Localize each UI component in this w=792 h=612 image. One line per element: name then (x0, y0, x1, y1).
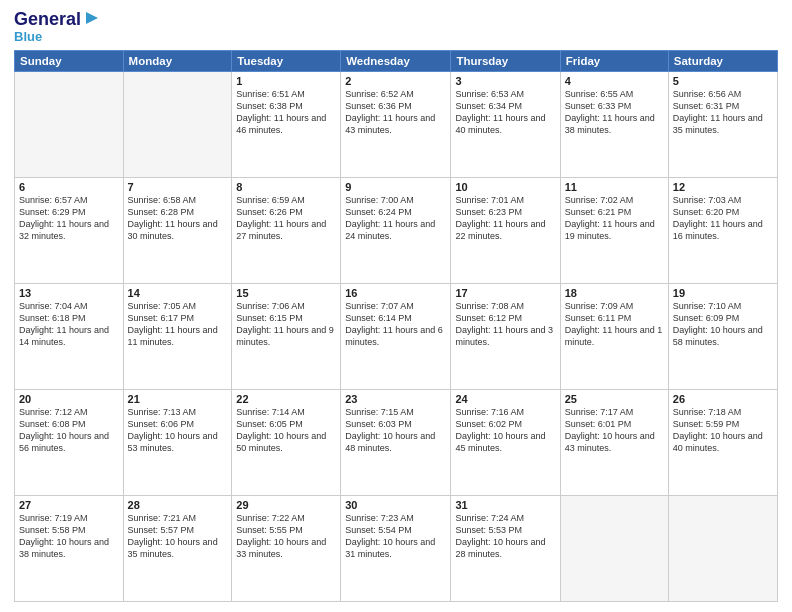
day-number: 11 (565, 181, 664, 193)
daylight-label: Daylight: 10 hours and 56 minutes. (19, 431, 109, 453)
logo-blue: Blue (14, 29, 42, 44)
sunset-label: Sunset: 6:11 PM (565, 313, 632, 323)
sunrise-label: Sunrise: 7:15 AM (345, 407, 414, 417)
day-info: Sunrise: 7:17 AMSunset: 6:01 PMDaylight:… (565, 406, 664, 455)
sunrise-label: Sunrise: 7:21 AM (128, 513, 197, 523)
day-info: Sunrise: 6:55 AMSunset: 6:33 PMDaylight:… (565, 88, 664, 137)
calendar-week-row: 27Sunrise: 7:19 AMSunset: 5:58 PMDayligh… (15, 495, 778, 601)
day-info: Sunrise: 6:58 AMSunset: 6:28 PMDaylight:… (128, 194, 228, 243)
sunset-label: Sunset: 5:54 PM (345, 525, 412, 535)
day-number: 5 (673, 75, 773, 87)
day-info: Sunrise: 6:59 AMSunset: 6:26 PMDaylight:… (236, 194, 336, 243)
day-info: Sunrise: 6:53 AMSunset: 6:34 PMDaylight:… (455, 88, 555, 137)
day-info: Sunrise: 7:16 AMSunset: 6:02 PMDaylight:… (455, 406, 555, 455)
col-wednesday: Wednesday (341, 50, 451, 71)
sunset-label: Sunset: 6:14 PM (345, 313, 412, 323)
day-number: 4 (565, 75, 664, 87)
daylight-label: Daylight: 10 hours and 43 minutes. (565, 431, 655, 453)
calendar-cell: 16Sunrise: 7:07 AMSunset: 6:14 PMDayligh… (341, 283, 451, 389)
sunrise-label: Sunrise: 6:56 AM (673, 89, 742, 99)
calendar-cell: 26Sunrise: 7:18 AMSunset: 5:59 PMDayligh… (668, 389, 777, 495)
sunset-label: Sunset: 6:24 PM (345, 207, 412, 217)
sunrise-label: Sunrise: 7:16 AM (455, 407, 524, 417)
calendar-cell: 29Sunrise: 7:22 AMSunset: 5:55 PMDayligh… (232, 495, 341, 601)
day-number: 24 (455, 393, 555, 405)
day-number: 14 (128, 287, 228, 299)
day-number: 31 (455, 499, 555, 511)
sunrise-label: Sunrise: 7:24 AM (455, 513, 524, 523)
daylight-label: Daylight: 11 hours and 11 minutes. (128, 325, 218, 347)
calendar-cell: 18Sunrise: 7:09 AMSunset: 6:11 PMDayligh… (560, 283, 668, 389)
day-number: 17 (455, 287, 555, 299)
day-info: Sunrise: 7:23 AMSunset: 5:54 PMDaylight:… (345, 512, 446, 561)
day-number: 30 (345, 499, 446, 511)
daylight-label: Daylight: 11 hours and 1 minute. (565, 325, 663, 347)
day-info: Sunrise: 7:04 AMSunset: 6:18 PMDaylight:… (19, 300, 119, 349)
day-number: 8 (236, 181, 336, 193)
sunrise-label: Sunrise: 7:04 AM (19, 301, 88, 311)
sunrise-label: Sunrise: 7:13 AM (128, 407, 197, 417)
day-info: Sunrise: 7:15 AMSunset: 6:03 PMDaylight:… (345, 406, 446, 455)
sunset-label: Sunset: 5:55 PM (236, 525, 303, 535)
sunset-label: Sunset: 6:36 PM (345, 101, 412, 111)
sunrise-label: Sunrise: 7:14 AM (236, 407, 305, 417)
sunrise-label: Sunrise: 7:00 AM (345, 195, 414, 205)
calendar-cell (560, 495, 668, 601)
calendar-cell (123, 71, 232, 177)
sunrise-label: Sunrise: 7:02 AM (565, 195, 634, 205)
sunrise-label: Sunrise: 6:59 AM (236, 195, 305, 205)
daylight-label: Daylight: 11 hours and 32 minutes. (19, 219, 109, 241)
sunset-label: Sunset: 6:01 PM (565, 419, 632, 429)
daylight-label: Daylight: 11 hours and 30 minutes. (128, 219, 218, 241)
sunset-label: Sunset: 6:05 PM (236, 419, 303, 429)
calendar-week-row: 1Sunrise: 6:51 AMSunset: 6:38 PMDaylight… (15, 71, 778, 177)
day-info: Sunrise: 7:13 AMSunset: 6:06 PMDaylight:… (128, 406, 228, 455)
sunset-label: Sunset: 6:23 PM (455, 207, 522, 217)
calendar-cell: 25Sunrise: 7:17 AMSunset: 6:01 PMDayligh… (560, 389, 668, 495)
daylight-label: Daylight: 11 hours and 27 minutes. (236, 219, 326, 241)
page: General Blue Sunday Monday Tuesday Wedne… (0, 0, 792, 612)
daylight-label: Daylight: 10 hours and 45 minutes. (455, 431, 545, 453)
daylight-label: Daylight: 11 hours and 3 minutes. (455, 325, 553, 347)
sunrise-label: Sunrise: 7:09 AM (565, 301, 634, 311)
calendar-cell: 2Sunrise: 6:52 AMSunset: 6:36 PMDaylight… (341, 71, 451, 177)
day-info: Sunrise: 7:02 AMSunset: 6:21 PMDaylight:… (565, 194, 664, 243)
daylight-label: Daylight: 11 hours and 19 minutes. (565, 219, 655, 241)
calendar-cell: 17Sunrise: 7:08 AMSunset: 6:12 PMDayligh… (451, 283, 560, 389)
daylight-label: Daylight: 11 hours and 35 minutes. (673, 113, 763, 135)
day-info: Sunrise: 7:18 AMSunset: 5:59 PMDaylight:… (673, 406, 773, 455)
calendar-cell: 9Sunrise: 7:00 AMSunset: 6:24 PMDaylight… (341, 177, 451, 283)
day-number: 23 (345, 393, 446, 405)
calendar-cell: 21Sunrise: 7:13 AMSunset: 6:06 PMDayligh… (123, 389, 232, 495)
day-info: Sunrise: 7:06 AMSunset: 6:15 PMDaylight:… (236, 300, 336, 349)
calendar-cell: 4Sunrise: 6:55 AMSunset: 6:33 PMDaylight… (560, 71, 668, 177)
sunset-label: Sunset: 6:21 PM (565, 207, 632, 217)
sunrise-label: Sunrise: 7:23 AM (345, 513, 414, 523)
sunset-label: Sunset: 6:02 PM (455, 419, 522, 429)
sunset-label: Sunset: 6:20 PM (673, 207, 740, 217)
daylight-label: Daylight: 10 hours and 35 minutes. (128, 537, 218, 559)
day-number: 18 (565, 287, 664, 299)
sunset-label: Sunset: 5:57 PM (128, 525, 195, 535)
day-number: 21 (128, 393, 228, 405)
header: General Blue (14, 10, 778, 44)
calendar-cell: 3Sunrise: 6:53 AMSunset: 6:34 PMDaylight… (451, 71, 560, 177)
sunset-label: Sunset: 5:58 PM (19, 525, 86, 535)
calendar-week-row: 6Sunrise: 6:57 AMSunset: 6:29 PMDaylight… (15, 177, 778, 283)
sunset-label: Sunset: 6:26 PM (236, 207, 303, 217)
sunset-label: Sunset: 6:33 PM (565, 101, 632, 111)
daylight-label: Daylight: 10 hours and 40 minutes. (673, 431, 763, 453)
sunset-label: Sunset: 6:29 PM (19, 207, 86, 217)
day-info: Sunrise: 7:10 AMSunset: 6:09 PMDaylight:… (673, 300, 773, 349)
calendar-cell: 11Sunrise: 7:02 AMSunset: 6:21 PMDayligh… (560, 177, 668, 283)
day-info: Sunrise: 7:24 AMSunset: 5:53 PMDaylight:… (455, 512, 555, 561)
day-info: Sunrise: 7:07 AMSunset: 6:14 PMDaylight:… (345, 300, 446, 349)
day-info: Sunrise: 7:03 AMSunset: 6:20 PMDaylight:… (673, 194, 773, 243)
sunset-label: Sunset: 6:09 PM (673, 313, 740, 323)
day-number: 19 (673, 287, 773, 299)
calendar-cell: 14Sunrise: 7:05 AMSunset: 6:17 PMDayligh… (123, 283, 232, 389)
day-number: 1 (236, 75, 336, 87)
day-info: Sunrise: 7:09 AMSunset: 6:11 PMDaylight:… (565, 300, 664, 349)
calendar-cell: 22Sunrise: 7:14 AMSunset: 6:05 PMDayligh… (232, 389, 341, 495)
day-info: Sunrise: 7:01 AMSunset: 6:23 PMDaylight:… (455, 194, 555, 243)
